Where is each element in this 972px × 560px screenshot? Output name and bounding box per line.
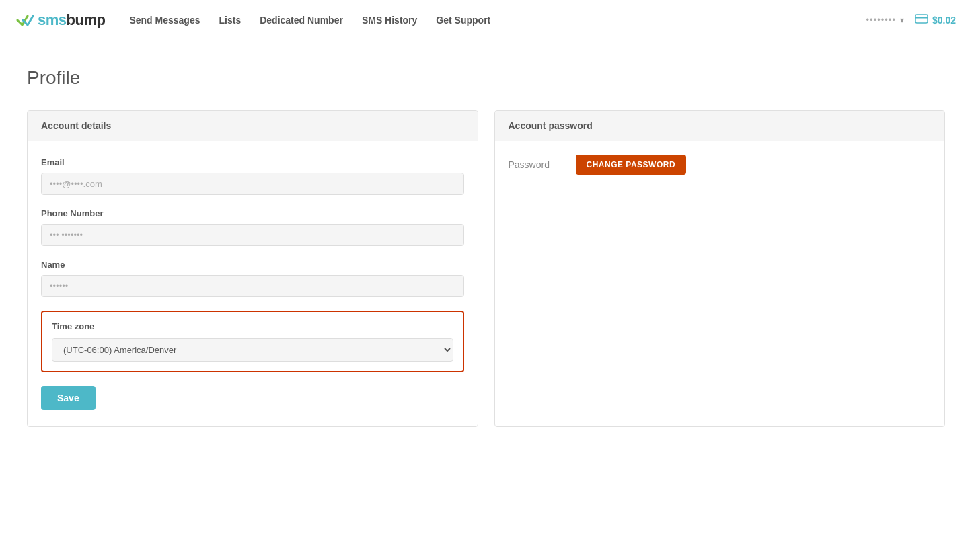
nav-links: Send Messages Lists Dedicated Number SMS… — [129, 15, 866, 26]
page-content: Profile Account details Email Phone Numb… — [0, 40, 972, 467]
nav-user-name: •••••••• — [866, 15, 896, 25]
phone-group: Phone Number — [41, 208, 464, 246]
profile-grid: Account details Email Phone Number Name … — [27, 110, 945, 427]
save-button[interactable]: Save — [41, 386, 96, 410]
account-details-body: Email Phone Number Name Time zone (UTC-0… — [28, 141, 478, 426]
timezone-label: Time zone — [52, 321, 453, 331]
email-field[interactable] — [41, 173, 464, 195]
timezone-select[interactable]: (UTC-06:00) America/Denver (UTC-12:00) I… — [52, 338, 453, 362]
svg-rect-1 — [915, 17, 928, 19]
phone-field[interactable] — [41, 224, 464, 246]
chevron-down-icon — [900, 15, 904, 25]
account-password-header: Account password — [495, 111, 945, 141]
nav-lists[interactable]: Lists — [219, 15, 241, 26]
logo-check-icon — [16, 13, 35, 27]
card-icon — [915, 14, 928, 26]
page-title: Profile — [27, 67, 945, 89]
nav-dedicated-number[interactable]: Dedicated Number — [260, 15, 343, 26]
email-label: Email — [41, 157, 464, 167]
nav-sms-history[interactable]: SMS History — [362, 15, 417, 26]
logo[interactable]: smsbump — [16, 11, 105, 29]
password-row: Password CHANGE PASSWORD — [495, 141, 945, 188]
account-details-header: Account details — [28, 111, 478, 141]
balance-amount: $0.02 — [932, 15, 956, 26]
name-group: Name — [41, 259, 464, 297]
nav-user-menu[interactable]: •••••••• — [866, 15, 904, 25]
name-label: Name — [41, 259, 464, 270]
password-label: Password — [509, 159, 562, 170]
email-group: Email — [41, 157, 464, 195]
nav-right: •••••••• $0.02 — [866, 14, 956, 26]
change-password-button[interactable]: CHANGE PASSWORD — [576, 155, 687, 175]
account-details-card: Account details Email Phone Number Name … — [27, 110, 478, 427]
logo-text: smsbump — [38, 11, 105, 29]
svg-rect-0 — [915, 15, 928, 23]
account-password-card: Account password Password CHANGE PASSWOR… — [494, 110, 946, 427]
nav-send-messages[interactable]: Send Messages — [129, 15, 200, 26]
nav-balance: $0.02 — [915, 14, 956, 26]
nav-get-support[interactable]: Get Support — [436, 15, 490, 26]
name-field[interactable] — [41, 275, 464, 297]
phone-label: Phone Number — [41, 208, 464, 218]
timezone-group: Time zone (UTC-06:00) America/Denver (UT… — [41, 311, 464, 372]
navbar: smsbump Send Messages Lists Dedicated Nu… — [0, 0, 972, 40]
